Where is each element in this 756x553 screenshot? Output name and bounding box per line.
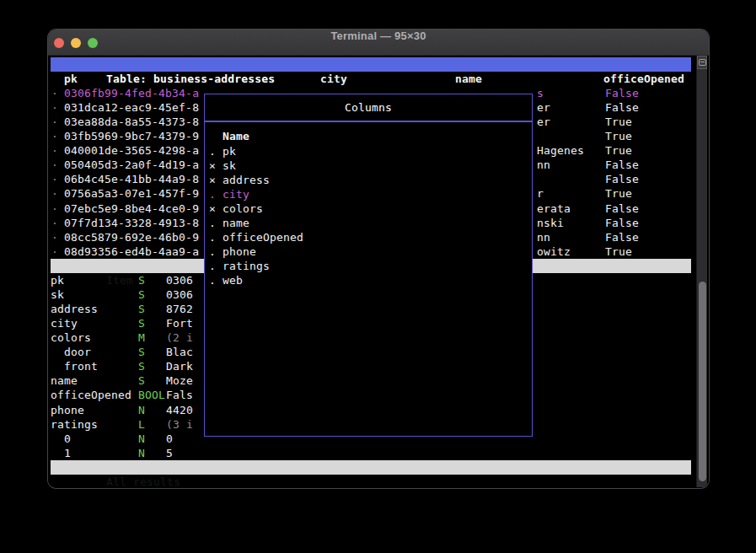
split-pane-icon xyxy=(699,59,706,66)
cell-name: r xyxy=(537,186,544,201)
cell-name: nn xyxy=(537,230,550,244)
cell-pk: 031dca12-eac9-45ef-8 xyxy=(64,100,199,115)
scrollbar-track[interactable] xyxy=(696,56,707,487)
cell-officeopened: True xyxy=(605,129,632,143)
dialog-column-item[interactable]: .phone xyxy=(205,244,532,259)
column-visibility-marker: × xyxy=(209,173,216,187)
cell-officeopened: True xyxy=(605,143,632,158)
cell-name: nn xyxy=(537,158,550,172)
row-marker-icon: · xyxy=(51,216,58,230)
row-marker-icon: · xyxy=(51,230,58,244)
attribute-type: M xyxy=(138,330,145,345)
columns-dialog: Columns Name .pk×sk×address.city×colors.… xyxy=(204,94,533,437)
cell-officeopened: False xyxy=(605,86,639,100)
attribute-value: 0306 xyxy=(166,273,193,287)
row-marker-icon: · xyxy=(51,115,58,129)
cell-pk: 08d93356-ed4b-4aa9-a xyxy=(64,244,199,259)
dialog-column-item[interactable]: .pk xyxy=(205,144,532,158)
cell-officeopened: False xyxy=(605,100,639,115)
column-name: phone xyxy=(223,244,256,259)
attribute-type: S xyxy=(138,345,145,359)
attribute-value: 4420 xyxy=(166,403,193,417)
attribute-name: front xyxy=(64,359,98,373)
cell-pk: 08cc5879-692e-46b0-9 xyxy=(64,230,199,244)
attribute-name: city xyxy=(51,316,78,330)
dialog-column-item[interactable]: .ratings xyxy=(205,259,532,273)
attribute-value: Moze xyxy=(166,373,193,388)
cell-name: owitz xyxy=(537,244,571,259)
attribute-value: Fort xyxy=(166,316,193,330)
column-header-officeopened[interactable]: officeOpened xyxy=(603,72,684,86)
attribute-name: 1 xyxy=(64,446,71,460)
column-visibility-marker: × xyxy=(209,158,216,173)
dialog-column-item[interactable]: .city xyxy=(205,187,532,201)
cell-name: nski xyxy=(537,216,564,230)
cell-pk: 07f7d134-3328-4913-8 xyxy=(64,216,199,230)
attribute-type: S xyxy=(138,287,145,302)
dialog-column-item[interactable]: ×colors xyxy=(205,201,532,216)
scrollbar-thumb[interactable] xyxy=(699,282,706,481)
cell-name: s xyxy=(537,86,544,100)
split-pane-button[interactable] xyxy=(697,56,707,69)
column-header-pk[interactable]: pk xyxy=(64,72,78,86)
screen-background: Terminal — 95×30 Table: business-address… xyxy=(0,0,756,553)
cell-officeopened: False xyxy=(605,216,639,230)
column-name: address xyxy=(223,173,270,187)
row-marker-icon: · xyxy=(51,186,58,201)
attribute-value: 5 xyxy=(166,446,173,460)
column-visibility-marker: . xyxy=(209,216,216,230)
column-visibility-marker: . xyxy=(209,244,216,259)
cell-pk: 03fb5969-9bc7-4379-9 xyxy=(64,129,199,143)
window-title: Terminal — 95×30 xyxy=(48,30,709,56)
attribute-name: phone xyxy=(51,403,84,417)
terminal-window: Terminal — 95×30 Table: business-address… xyxy=(48,30,709,488)
cell-pk: 0756a5a3-07e1-457f-9 xyxy=(64,186,199,201)
cell-name: erata xyxy=(537,201,571,216)
column-visibility-marker: . xyxy=(209,273,216,287)
column-visibility-marker: . xyxy=(209,144,216,158)
row-marker-icon: · xyxy=(51,201,58,216)
attribute-name: officeOpened xyxy=(51,388,131,402)
dialog-column-item[interactable]: .officeOpened xyxy=(205,230,532,244)
attribute-type: N xyxy=(138,403,145,417)
attribute-name: name xyxy=(51,373,78,388)
dialog-column-item[interactable]: .name xyxy=(205,216,532,230)
row-marker-icon: · xyxy=(51,129,58,143)
cell-officeopened: False xyxy=(605,201,639,216)
cell-officeopened: False xyxy=(605,172,639,186)
row-marker-icon: · xyxy=(51,143,58,158)
row-marker-icon: · xyxy=(51,172,58,186)
column-name: officeOpened xyxy=(223,230,303,244)
attribute-value: Blac xyxy=(166,345,193,359)
window-titlebar[interactable]: Terminal — 95×30 xyxy=(48,30,709,56)
attribute-type: L xyxy=(138,417,145,432)
row-marker-icon: · xyxy=(51,158,58,172)
column-name: colors xyxy=(223,201,263,216)
cell-pk: 07ebc5e9-8be4-4ce0-9 xyxy=(64,201,199,216)
attribute-name: address xyxy=(51,302,98,316)
attribute-type: S xyxy=(138,316,145,330)
attribute-type: BOOL xyxy=(138,388,165,402)
cell-pk: 0306fb99-4fed-4b34-a xyxy=(64,86,199,100)
attribute-value: (3 i xyxy=(166,417,193,432)
attribute-type: S xyxy=(138,273,145,287)
item-attribute-row[interactable]: 1N5 xyxy=(48,446,709,460)
cell-pk: 050405d3-2a0f-4d19-a xyxy=(64,158,199,172)
dialog-column-item[interactable]: ×address xyxy=(205,173,532,187)
dialog-column-item[interactable]: .web xyxy=(205,273,532,287)
dialog-list-header: Name xyxy=(223,129,249,143)
status-bar: All results xyxy=(51,460,691,475)
attribute-type: N xyxy=(138,446,145,460)
cell-officeopened: True xyxy=(605,244,632,259)
cell-pk: 03ea88da-8a55-4373-8 xyxy=(64,115,199,129)
attribute-name: sk xyxy=(51,287,64,302)
dialog-column-item[interactable]: ×sk xyxy=(205,158,532,173)
attribute-value: Dark xyxy=(166,359,193,373)
cell-name: er xyxy=(537,115,550,129)
cell-officeopened: False xyxy=(605,230,639,244)
cell-officeopened: True xyxy=(605,186,632,201)
column-visibility-marker: . xyxy=(209,259,216,273)
column-header-name[interactable]: name xyxy=(455,72,482,86)
table-title-bar: Table: business-addresses xyxy=(51,57,691,72)
column-header-city[interactable]: city xyxy=(320,72,347,86)
